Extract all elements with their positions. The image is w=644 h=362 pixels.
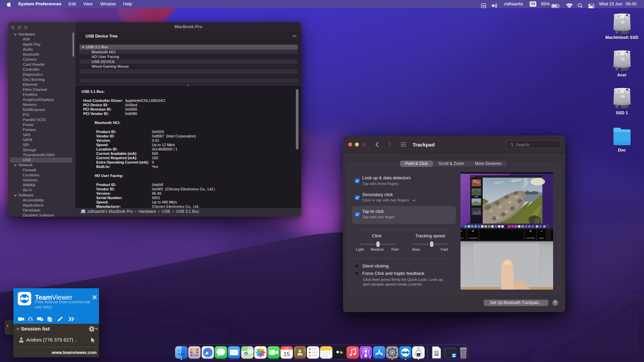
svg-text:option: option <box>539 237 544 239</box>
svg-text:alt: alt <box>540 230 542 232</box>
svg-text:ption: ption <box>461 237 463 239</box>
svg-text:tv: tv <box>340 350 343 354</box>
svg-text:⌘: ⌘ <box>529 230 532 232</box>
svg-text:command: command <box>469 237 477 239</box>
svg-text:alt: alt <box>461 230 462 232</box>
svg-text:15: 15 <box>283 351 290 357</box>
svg-text:command: command <box>526 237 534 239</box>
svg-text:JUN: JUN <box>285 347 289 349</box>
svg-text:⌘: ⌘ <box>472 230 474 232</box>
